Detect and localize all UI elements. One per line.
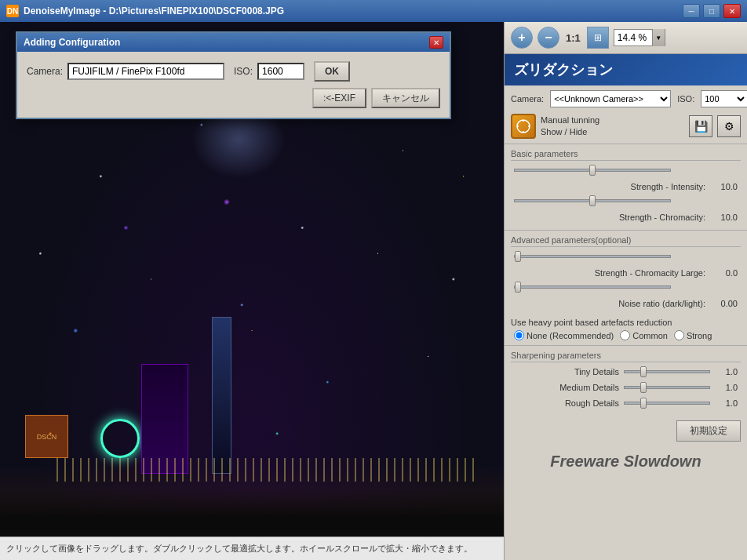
iso-field-group: ISO: — [234, 63, 304, 80]
camera-field-group: Camera: — [27, 63, 224, 80]
cancel-button[interactable]: キャンセル — [371, 88, 440, 108]
dialog-camera-input[interactable] — [67, 63, 224, 80]
dialog-buttons-row: :<-EXIF キャンセル — [27, 88, 440, 108]
dialog-close-button[interactable]: ✕ — [429, 36, 443, 49]
dialog-fields: Camera: ISO: OK — [27, 61, 440, 82]
dialog-iso-input[interactable] — [257, 63, 304, 80]
exif-button[interactable]: :<-EXIF — [312, 88, 366, 108]
adding-config-dialog: Adding Configuration ✕ Camera: ISO: OK :… — [16, 31, 451, 119]
dialog-iso-label: ISO: — [234, 66, 253, 77]
dialog-title-bar: Adding Configuration ✕ — [17, 33, 450, 52]
dialog-overlay: Adding Configuration ✕ Camera: ISO: OK :… — [0, 0, 747, 560]
dialog-camera-label: Camera: — [27, 66, 63, 77]
ok-button[interactable]: OK — [314, 61, 350, 82]
dialog-title: Adding Configuration — [24, 37, 429, 48]
dialog-body: Camera: ISO: OK :<-EXIF キャンセル — [17, 52, 450, 118]
